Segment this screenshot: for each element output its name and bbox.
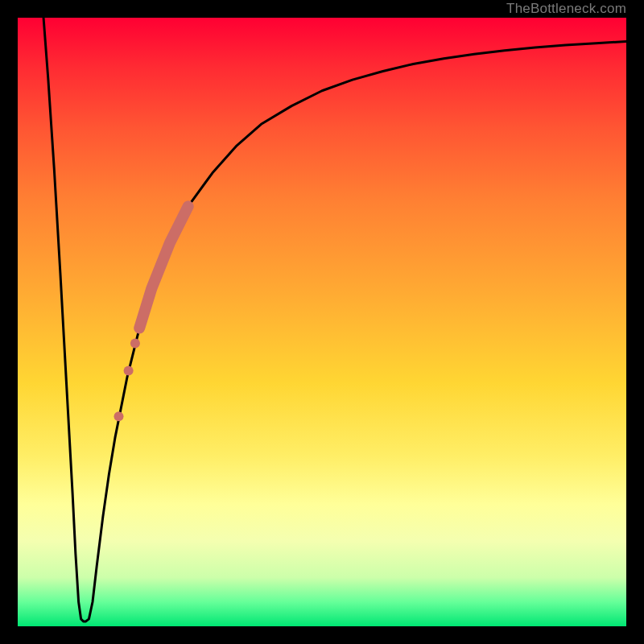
highlight-dot	[114, 411, 124, 421]
chart-frame: TheBottleneck.com	[0, 0, 644, 644]
bottleneck-curve	[43, 18, 626, 621]
highlight-dot	[124, 365, 134, 375]
highlight-segment	[139, 206, 188, 328]
watermark-text: TheBottleneck.com	[506, 0, 626, 18]
plot-area	[18, 18, 626, 626]
curve-layer	[18, 18, 626, 626]
highlight-dot	[130, 338, 140, 348]
